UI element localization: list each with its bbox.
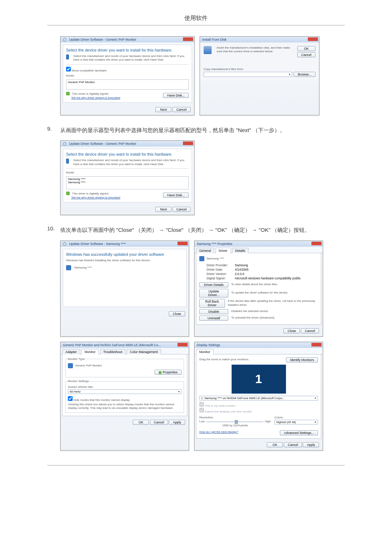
wizard-heading: Select the device driver you want to ins… — [66, 152, 189, 156]
colors-combo[interactable]: Highest (32 bit)▾ — [274, 420, 318, 424]
cancel-button[interactable]: Cancel — [172, 107, 191, 112]
resolution-slider[interactable] — [206, 420, 264, 424]
tab-general[interactable]: General — [196, 248, 214, 253]
ok-button[interactable]: OK — [133, 420, 149, 425]
chevron-down-icon: ▾ — [289, 73, 290, 76]
dialog-title: Samsung **** Properties — [195, 241, 323, 247]
install-from-disk-dialog: Install From Disk Insert the manufacture… — [200, 36, 319, 115]
column-model: Model — [66, 74, 189, 78]
signed-label: This driver is digitally signed. — [72, 92, 109, 95]
ok-button[interactable]: OK — [297, 46, 315, 51]
tab-troubleshoot[interactable]: Troubleshoot — [100, 349, 126, 354]
device-icon — [66, 54, 69, 59]
close-icon[interactable] — [183, 141, 193, 145]
refresh-combo[interactable]: 60 Hertz▾ — [68, 389, 181, 394]
txt-disable: Disables the selected device. — [231, 309, 269, 313]
advanced-settings-button[interactable]: Advanced Settings... — [280, 430, 318, 435]
tab-details[interactable]: Details — [232, 248, 249, 253]
have-disk-button[interactable]: Have Disk... — [163, 93, 189, 98]
wizard-subtext: Select the manufacturer and model of you… — [73, 159, 189, 166]
driver-details-button[interactable]: Driver Details — [199, 282, 228, 287]
signing-link[interactable]: Tell me why driver signing is important — [71, 96, 120, 99]
install-disk-msg: Insert the manufacturer's installation d… — [217, 46, 294, 54]
lbl-version: Driver Version: — [207, 272, 235, 276]
colors-label: Colors: — [274, 416, 318, 419]
list-item[interactable]: Samsung **** — [68, 177, 187, 181]
wizard-subtext: Select the manufacturer and model of you… — [73, 54, 189, 62]
rollback-button[interactable]: Roll Back Driver — [199, 299, 225, 308]
disk-icon — [204, 46, 212, 54]
ok-button[interactable]: OK — [267, 442, 283, 447]
txt-uninstall: To uninstall the driver (Advanced). — [231, 316, 275, 320]
path-combo[interactable]: ▾ — [204, 72, 292, 77]
tab-monitor[interactable]: Monitor — [196, 349, 213, 354]
group-monitor-type: Monitor Type — [68, 357, 85, 361]
close-icon[interactable] — [311, 343, 322, 346]
list-item[interactable]: Samsung **** — [68, 181, 187, 184]
model-listbox[interactable]: Generic PnP Monitor — [66, 79, 189, 90]
close-icon[interactable] — [308, 37, 318, 41]
next-button[interactable]: Next — [155, 207, 171, 212]
disable-button[interactable]: Disable — [199, 309, 228, 314]
tab-monitor[interactable]: Monitor — [81, 349, 99, 354]
show-compatible-checkbox[interactable]: Show compatible hardware — [66, 69, 107, 72]
update-driver-button[interactable]: Update Driver... — [199, 289, 228, 297]
cancel-button[interactable]: Cancel — [284, 442, 302, 447]
res-low: Low — [199, 420, 205, 423]
close-button[interactable]: Close — [169, 311, 185, 316]
display-settings-dialog: Display Settings Monitor Drag the icons … — [194, 342, 323, 451]
drag-label: Drag the icons to match your monitors. — [199, 358, 249, 361]
monitor-select-combo[interactable]: 1. Samsung **** on NVIDIA GeForce 6600 L… — [199, 396, 318, 401]
tab-adapter[interactable]: Adapter — [62, 349, 80, 354]
extend-desktop-checkbox: Extend the desktop onto this monitor — [199, 408, 318, 414]
chevron-down-icon: ▾ — [315, 397, 316, 400]
cancel-button[interactable]: Cancel — [150, 420, 168, 425]
step-number-10: 10. — [47, 225, 60, 235]
model-listbox[interactable]: Samsung **** Samsung **** — [66, 176, 189, 189]
copy-from-label: Copy manufacturer's files from: — [204, 67, 315, 71]
finished-device: Samsung **** — [74, 266, 92, 269]
val-date: 4/14/2005 — [235, 268, 249, 271]
wizard-breadcrumb: ◯ Update Driver Software - Generic PnP M… — [61, 37, 194, 42]
apply-button[interactable]: Apply — [303, 442, 319, 447]
tab-driver[interactable]: Driver — [216, 248, 231, 253]
tab-color[interactable]: Color Management — [127, 349, 161, 354]
wizard-heading: Select the device driver you want to ins… — [66, 48, 189, 52]
next-button[interactable]: Next — [155, 107, 171, 112]
cancel-button[interactable]: Cancel — [172, 207, 191, 212]
resolution-label: Resolution: — [199, 416, 271, 419]
shield-icon — [66, 92, 70, 95]
signing-link[interactable]: Tell me why driver signing is important — [71, 196, 120, 199]
have-disk-button[interactable]: Have Disk... — [163, 193, 189, 198]
group-monitor-settings: Monitor Settings — [68, 379, 89, 383]
chevron-down-icon: ▾ — [178, 390, 180, 393]
cancel-button[interactable]: Cancel — [297, 52, 315, 57]
identify-monitors-button[interactable]: Identify Monitors — [286, 357, 318, 362]
browse-button[interactable]: Browse... — [294, 72, 315, 77]
props-device: Samsung **** — [207, 257, 224, 260]
hide-modes-checkbox[interactable]: Hide modes that this monitor cannot disp… — [68, 396, 181, 402]
device-icon — [68, 363, 73, 368]
device-icon — [199, 256, 204, 261]
close-icon[interactable] — [177, 242, 188, 245]
close-button[interactable]: Close — [283, 328, 300, 333]
close-icon[interactable] — [183, 37, 193, 41]
res-high: High — [265, 420, 271, 423]
chevron-down-icon: ▾ — [315, 420, 316, 424]
finished-subtext: Windows has finished installing the driv… — [66, 259, 183, 262]
txt-rollback: If the device fails after updating the d… — [228, 299, 318, 307]
cancel-button[interactable]: Cancel — [301, 328, 319, 333]
list-item[interactable]: Generic PnP Monitor — [68, 81, 187, 84]
close-icon[interactable] — [177, 343, 188, 346]
properties-button[interactable]: Properties — [155, 370, 181, 375]
signed-label: This driver is digitally signed. — [72, 192, 109, 195]
lbl-date: Driver Date: — [207, 268, 235, 271]
uninstall-button[interactable]: Uninstall — [199, 316, 228, 321]
apply-button[interactable]: Apply — [169, 420, 185, 425]
shield-icon — [159, 371, 162, 374]
monitor-preview[interactable]: 1 — [232, 365, 286, 394]
resolution-value: 1280 by 1024 pixels — [199, 424, 271, 427]
monitor-properties-dialog: Generic PnP Monitor and NVIDIA GeForce 6… — [60, 342, 189, 451]
close-icon[interactable] — [311, 242, 322, 245]
best-display-link[interactable]: How do I get the best display? — [199, 430, 238, 435]
